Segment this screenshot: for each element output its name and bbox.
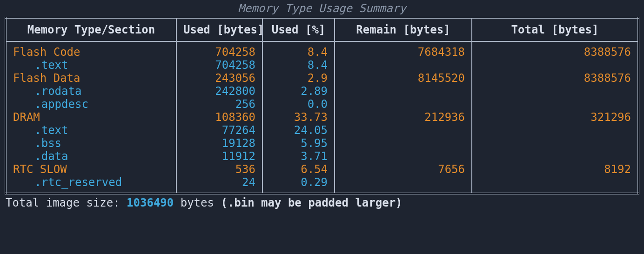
table-row: .data119123.71 — [6, 150, 638, 163]
row-total — [472, 150, 638, 163]
row-pct: 33.73 — [262, 111, 335, 124]
row-total — [472, 176, 638, 194]
row-remain — [335, 176, 472, 194]
row-remain — [335, 98, 472, 111]
table-row: DRAM10836033.73212936321296 — [6, 111, 638, 124]
row-total — [472, 98, 638, 111]
table-row: .rtc_reserved240.29 — [6, 176, 638, 194]
row-label: RTC SLOW — [6, 163, 176, 176]
row-used: 242800 — [176, 85, 262, 98]
row-label: .bss — [6, 137, 176, 150]
row-remain — [335, 150, 472, 163]
row-pct: 0.0 — [262, 98, 335, 111]
row-used: 19128 — [176, 137, 262, 150]
row-label: Flash Data — [6, 72, 176, 85]
row-used: 108360 — [176, 111, 262, 124]
row-total — [472, 85, 638, 98]
row-used: 256 — [176, 98, 262, 111]
col-header-pct: Used [%] — [262, 18, 335, 41]
row-remain: 212936 — [335, 111, 472, 124]
row-label: Flash Code — [6, 41, 176, 59]
row-remain — [335, 85, 472, 98]
row-pct: 2.9 — [262, 72, 335, 85]
row-total — [472, 137, 638, 150]
col-header-total: Total [bytes] — [472, 18, 638, 41]
row-used: 704258 — [176, 59, 262, 72]
footer-prefix: Total image size: — [6, 196, 127, 209]
row-label: .rtc_reserved — [6, 176, 176, 194]
row-pct: 0.29 — [262, 176, 335, 194]
table-row: .appdesc2560.0 — [6, 98, 638, 111]
page-title: Memory Type Usage Summary — [5, 2, 639, 15]
table-row: Flash Data2430562.981455208388576 — [6, 72, 638, 85]
row-label: .appdesc — [6, 98, 176, 111]
row-total: 8388576 — [472, 41, 638, 59]
image-size-footer: Total image size: 1036490 bytes (.bin ma… — [5, 196, 639, 209]
row-remain: 7684318 — [335, 41, 472, 59]
row-remain — [335, 59, 472, 72]
row-pct: 6.54 — [262, 163, 335, 176]
row-used: 24 — [176, 176, 262, 194]
row-pct: 3.71 — [262, 150, 335, 163]
table-row: .text7726424.05 — [6, 124, 638, 137]
row-used: 243056 — [176, 72, 262, 85]
footer-note: (.bin may be padded larger) — [221, 196, 402, 209]
row-total: 8192 — [472, 163, 638, 176]
row-used: 704258 — [176, 41, 262, 59]
row-total: 8388576 — [472, 72, 638, 85]
row-label: .text — [6, 59, 176, 72]
row-remain — [335, 137, 472, 150]
table-row: RTC SLOW5366.5476568192 — [6, 163, 638, 176]
footer-suffix: bytes — [174, 196, 221, 209]
row-pct: 8.4 — [262, 41, 335, 59]
row-remain — [335, 124, 472, 137]
row-pct: 2.89 — [262, 85, 335, 98]
row-label: .data — [6, 150, 176, 163]
row-remain: 8145520 — [335, 72, 472, 85]
row-pct: 24.05 — [262, 124, 335, 137]
row-remain: 7656 — [335, 163, 472, 176]
row-total: 321296 — [472, 111, 638, 124]
memory-table: Memory Type/Section Used [bytes] Used [%… — [5, 17, 639, 194]
footer-value: 1036490 — [127, 196, 174, 209]
col-header-remain: Remain [bytes] — [335, 18, 472, 41]
row-label: DRAM — [6, 111, 176, 124]
row-label: .rodata — [6, 85, 176, 98]
row-total — [472, 59, 638, 72]
row-used: 536 — [176, 163, 262, 176]
row-pct: 8.4 — [262, 59, 335, 72]
table-row: .text7042588.4 — [6, 59, 638, 72]
row-total — [472, 124, 638, 137]
col-header-section: Memory Type/Section — [6, 18, 176, 41]
table-row: .rodata2428002.89 — [6, 85, 638, 98]
table-row: .bss191285.95 — [6, 137, 638, 150]
col-header-used: Used [bytes] — [176, 18, 262, 41]
row-used: 11912 — [176, 150, 262, 163]
row-pct: 5.95 — [262, 137, 335, 150]
row-label: .text — [6, 124, 176, 137]
table-header-row: Memory Type/Section Used [bytes] Used [%… — [6, 18, 638, 41]
row-used: 77264 — [176, 124, 262, 137]
table-row: Flash Code7042588.476843188388576 — [6, 41, 638, 59]
